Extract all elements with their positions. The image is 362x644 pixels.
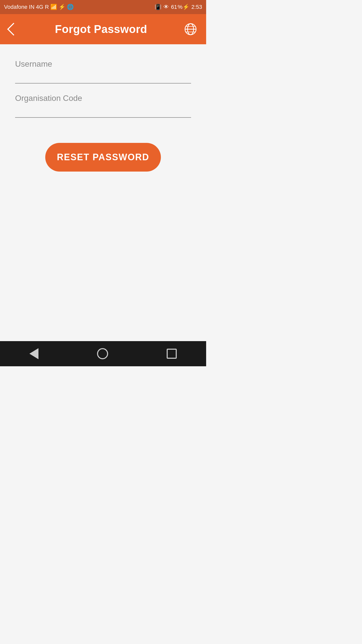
eye-icon: 👁 xyxy=(163,4,169,10)
status-bar-right: 📳 👁 61 %⚡ 2:53 xyxy=(155,4,202,10)
app-bar: Forgot Password xyxy=(0,14,206,44)
signal-icon: 📶 xyxy=(50,4,57,10)
username-field-group: Username xyxy=(15,59,191,84)
back-button[interactable] xyxy=(7,23,20,36)
nav-back-button[interactable] xyxy=(27,346,41,362)
org-code-label: Organisation Code xyxy=(15,94,82,103)
nav-home-button[interactable] xyxy=(95,346,111,362)
org-code-field-group: Organisation Code xyxy=(15,94,191,118)
vpn-icon: 🌐 xyxy=(67,4,74,10)
battery-percent: 61 xyxy=(171,4,177,10)
status-bar: Vodafone IN 4G R 📶 ⚡ 🌐 📳 👁 61 %⚡ 2:53 xyxy=(0,0,206,14)
globe-icon xyxy=(184,23,197,36)
username-label: Username xyxy=(15,59,52,68)
org-code-input[interactable] xyxy=(15,103,191,118)
time-display: 2:53 xyxy=(191,4,202,10)
status-bar-left: Vodafone IN 4G R 📶 ⚡ 🌐 xyxy=(4,4,74,10)
battery-indicator: 61 %⚡ xyxy=(171,4,189,10)
page-title: Forgot Password xyxy=(55,23,147,35)
back-arrow-icon xyxy=(7,23,20,36)
bottom-nav-bar xyxy=(0,341,206,366)
globe-button[interactable] xyxy=(182,21,199,38)
nav-home-icon xyxy=(97,348,108,359)
network-text: 4G R xyxy=(36,4,49,10)
usb-icon: ⚡ xyxy=(59,4,65,10)
nav-recents-icon xyxy=(167,349,177,359)
main-content: Username Organisation Code RESET PASSWOR… xyxy=(0,44,206,341)
username-input[interactable] xyxy=(15,69,191,84)
nav-back-icon xyxy=(29,348,38,359)
battery-icon-symbol: %⚡ xyxy=(178,4,190,10)
vibrate-icon: 📳 xyxy=(155,4,161,10)
nav-recents-button[interactable] xyxy=(164,346,179,361)
carrier-text: Vodafone IN xyxy=(4,4,34,10)
reset-password-button[interactable]: RESET PASSWORD xyxy=(45,143,161,172)
